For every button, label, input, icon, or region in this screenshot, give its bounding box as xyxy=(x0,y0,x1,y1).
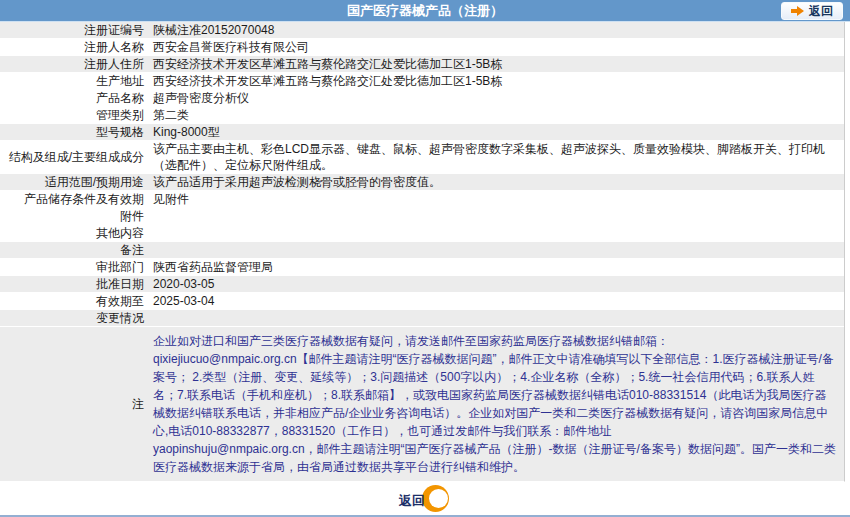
row-label: 型号规格 xyxy=(0,124,149,140)
note-line: 企业如对进口和国产三类医疗器械数据有疑问，请发送邮件至国家药监局医疗器械数据纠错… xyxy=(153,332,838,350)
back-button-label: 返回 xyxy=(809,5,833,17)
right-arrow-icon xyxy=(791,6,804,16)
table-row: 有效期至 2025-03-04 xyxy=(0,293,844,310)
row-value: 2025-03-04 xyxy=(149,293,844,309)
row-value: 陕械注准20152070048 xyxy=(149,22,844,38)
row-value: 陕西省药品监督管理局 xyxy=(149,259,844,275)
row-label: 附件 xyxy=(0,208,149,224)
row-value: 西安经济技术开发区草滩五路与蔡伦路交汇处爱比德加工区1-5B栋 xyxy=(149,56,844,72)
note-text: 企业如对进口和国产三类医疗器械数据有疑问，请发送邮件至国家药监局医疗器械数据纠错… xyxy=(149,327,844,481)
table-row: 注册人住所 西安经济技术开发区草滩五路与蔡伦路交汇处爱比德加工区1-5B栋 xyxy=(0,56,844,73)
row-value: 超声骨密度分析仪 xyxy=(149,90,844,106)
row-label: 产品储存条件及有效期 xyxy=(0,191,149,207)
row-value xyxy=(149,242,844,258)
footer: 返回 xyxy=(0,482,850,515)
table-row: 结构及组成/主要组成成分 该产品主要由主机、彩色LCD显示器、键盘、鼠标、超声骨… xyxy=(0,141,844,174)
note-line: yaopinshuju@nmpaic.org.cn，邮件主题请注明“国产医疗器械… xyxy=(153,440,838,476)
footer-back-label: 返回 xyxy=(399,492,425,510)
row-label: 审批部门 xyxy=(0,259,149,275)
table-row: 附件 xyxy=(0,208,844,225)
row-value: 西安经济技术开发区草滩五路与蔡伦路交汇处爱比德加工区1-5B栋 xyxy=(149,73,844,89)
table-row: 产品储存条件及有效期 见附件 xyxy=(0,191,844,208)
row-value: 第二类 xyxy=(149,107,844,123)
table-row: 其他内容 xyxy=(0,225,844,242)
row-value: King-8000型 xyxy=(149,124,844,140)
back-button[interactable]: 返回 xyxy=(781,2,843,20)
note-line: qixiejiucuo@nmpaic.org.cn【邮件主题请注明“医疗器械数据… xyxy=(153,350,838,440)
table-row: 管理类别 第二类 xyxy=(0,107,844,124)
row-label: 注册人住所 xyxy=(0,56,149,72)
info-table: 注册证编号 陕械注准20152070048 注册人名称 西安金昌誉医疗科技有限公… xyxy=(0,22,845,327)
row-label: 有效期至 xyxy=(0,293,149,309)
row-label: 产品名称 xyxy=(0,90,149,106)
row-value: 西安金昌誉医疗科技有限公司 xyxy=(149,39,844,55)
note-row-label: 注 xyxy=(0,327,149,481)
row-value xyxy=(149,225,844,241)
table-row: 注册人名称 西安金昌誉医疗科技有限公司 xyxy=(0,39,844,56)
row-label: 注册人名称 xyxy=(0,39,149,55)
table-row: 审批部门 陕西省药品监督管理局 xyxy=(0,259,844,276)
table-row: 型号规格 King-8000型 xyxy=(0,124,844,141)
row-value xyxy=(149,208,844,224)
row-label: 管理类别 xyxy=(0,107,149,123)
row-label: 批准日期 xyxy=(0,276,149,292)
row-value xyxy=(149,310,844,326)
row-value: 见附件 xyxy=(149,191,844,207)
table-row: 适用范围/预期用途 该产品适用于采用超声波检测桡骨或胫骨的骨密度值。 xyxy=(0,174,844,191)
note-row: 注 企业如对进口和国产三类医疗器械数据有疑问，请发送邮件至国家药监局医疗器械数据… xyxy=(0,327,845,482)
footer-back-button[interactable]: 返回 xyxy=(399,485,451,513)
row-label: 适用范围/预期用途 xyxy=(0,174,149,190)
row-label: 生产地址 xyxy=(0,73,149,89)
row-label: 其他内容 xyxy=(0,225,149,241)
row-value: 该产品适用于采用超声波检测桡骨或胫骨的骨密度值。 xyxy=(149,174,844,190)
row-label: 变更情况 xyxy=(0,310,149,326)
table-row: 生产地址 西安经济技术开发区草滩五路与蔡伦路交汇处爱比德加工区1-5B栋 xyxy=(0,73,844,90)
title-bar: 国产医疗器械产品（注册） 返回 xyxy=(0,0,850,22)
orange-crescent-icon xyxy=(422,485,449,512)
page: 国产医疗器械产品（注册） 返回 注册证编号 陕械注准20152070048 注册… xyxy=(0,0,850,517)
table-row: 产品名称 超声骨密度分析仪 xyxy=(0,90,844,107)
row-value: 2020-03-05 xyxy=(149,276,844,292)
page-title: 国产医疗器械产品（注册） xyxy=(347,2,503,20)
row-label: 注册证编号 xyxy=(0,22,149,38)
table-row: 注册证编号 陕械注准20152070048 xyxy=(0,22,844,39)
table-row: 批准日期 2020-03-05 xyxy=(0,276,844,293)
row-label: 备注 xyxy=(0,242,149,258)
table-row: 备注 xyxy=(0,242,844,259)
row-value: 该产品主要由主机、彩色LCD显示器、键盘、鼠标、超声骨密度数字采集板、超声波探头… xyxy=(149,141,844,173)
table-row: 变更情况 xyxy=(0,310,844,327)
row-label: 结构及组成/主要组成成分 xyxy=(0,141,149,173)
